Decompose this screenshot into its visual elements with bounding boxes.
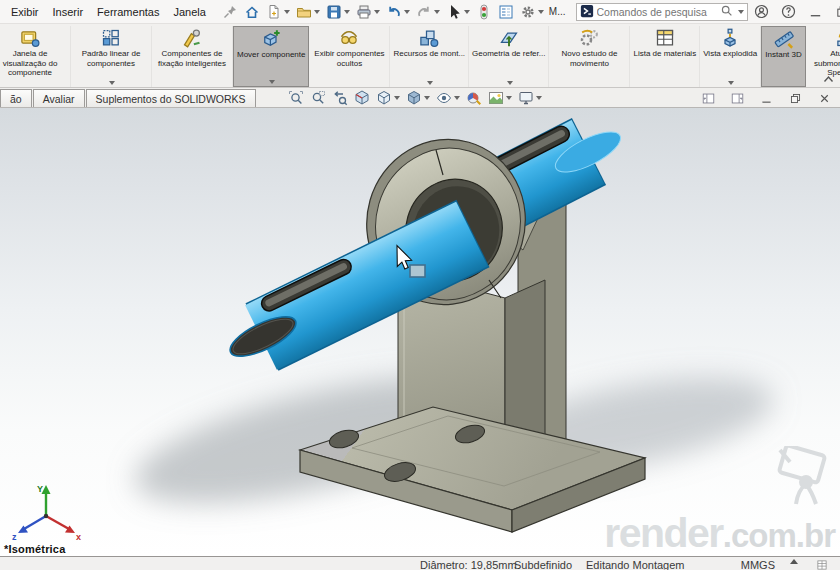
speedpak-update-icon [836, 28, 840, 48]
ribbon-button-assembly-features[interactable]: Recursos de mont... [390, 26, 469, 87]
search-box[interactable] [576, 3, 748, 21]
ribbon-collapse-chevron-icon[interactable] [823, 73, 834, 85]
qat-home-button[interactable] [241, 1, 263, 23]
ribbon-button-smart-fasteners[interactable]: Componentes de fixação inteligentes [152, 26, 233, 87]
graphics-area[interactable]: Y x z *Isométrica render.com.br [0, 108, 840, 556]
reference-geometry-icon [499, 28, 519, 48]
qat-print-button[interactable] [353, 1, 383, 23]
hud-view-settings-button[interactable] [517, 89, 543, 107]
dropdown-caret-icon[interactable] [728, 81, 734, 85]
hud-zoom-area-button[interactable] [309, 89, 327, 107]
hud-hide-show-items-button[interactable] [435, 89, 461, 107]
open-icon [296, 4, 312, 20]
dropdown-caret-icon[interactable] [538, 10, 544, 14]
qat-pin-button[interactable] [219, 1, 241, 23]
print-icon [356, 4, 372, 20]
ribbon-button-exploded-view[interactable]: Vista explodida [700, 26, 761, 87]
qat-new-document-button[interactable] [263, 1, 293, 23]
dropdown-caret-icon[interactable] [507, 81, 513, 85]
qat-select-arrow-button[interactable] [443, 1, 473, 23]
dropdown-caret-icon[interactable] [109, 81, 115, 85]
hud-edit-appearance-button[interactable] [465, 89, 483, 107]
hud-previous-view-button[interactable] [331, 89, 349, 107]
undo-icon [386, 4, 402, 20]
dropdown-caret-icon[interactable] [434, 10, 440, 14]
hud-apply-scene-button[interactable] [487, 89, 513, 107]
magnifier-icon [720, 4, 733, 17]
dropdown-caret-icon[interactable] [427, 81, 433, 85]
ribbon-button-reference-geometry[interactable]: Geometria de refer... [469, 26, 549, 87]
menu-exibir[interactable]: Exibir [4, 6, 46, 18]
ribbon-button-instant-3d[interactable]: Instant 3D [761, 26, 805, 87]
ribbon-button-show-hidden[interactable]: Exibir componentes ocultos [309, 26, 390, 87]
dropdown-caret-icon[interactable] [269, 80, 275, 84]
doc-pane-left-button[interactable] [699, 87, 718, 109]
menu-overflow-label[interactable]: M... [549, 6, 566, 17]
qat-undo-button[interactable] [383, 1, 413, 23]
ribbon-button-linear-pattern[interactable]: Padrão linear de componentes [71, 26, 152, 87]
quick-access-toolbar: M... [219, 1, 568, 23]
ribbon-button-motion-study[interactable]: Novo estudo de movimento [549, 26, 630, 87]
search-caret-icon[interactable] [738, 10, 744, 14]
win-restore-icon [835, 4, 840, 19]
command-tab-strip: ãoAvaliarSuplementos do SOLIDWORKS [0, 88, 840, 108]
win-restore-button[interactable] [835, 1, 840, 23]
dropdown-caret-icon[interactable] [374, 10, 380, 14]
hud-zoom-fit-button[interactable] [287, 89, 305, 107]
qat-options-gear-button[interactable] [517, 1, 547, 23]
menu-ferramentas[interactable]: Ferramentas [90, 6, 166, 18]
qat-open-button[interactable] [293, 1, 323, 23]
doc-pane-right-button[interactable] [728, 87, 747, 109]
doc-win-close-button[interactable] [815, 87, 834, 109]
dropdown-caret-icon[interactable] [394, 96, 400, 100]
dropdown-caret-icon[interactable] [454, 96, 460, 100]
ribbon-button-bill-of-materials[interactable]: Lista de materiais [630, 26, 700, 87]
dropdown-caret-icon[interactable] [536, 96, 542, 100]
account-button[interactable] [754, 1, 769, 23]
status-mode: Editando Montagem [586, 559, 684, 570]
view-orientation-label: *Isométrica [4, 543, 66, 555]
search-input[interactable] [597, 6, 717, 18]
ribbon-button-label: Instant 3D [765, 50, 801, 60]
dropdown-caret-icon[interactable] [344, 10, 350, 14]
home-icon [244, 4, 260, 20]
window-controls [754, 1, 840, 23]
qat-redo-button[interactable] [413, 1, 443, 23]
qat-properties-button[interactable] [495, 1, 517, 23]
move-handle[interactable] [410, 265, 425, 277]
help-icon [781, 4, 796, 19]
tab-avaliar[interactable]: Avaliar [33, 89, 85, 107]
assembly-model[interactable] [0, 108, 840, 556]
heads-up-view-toolbar [287, 89, 543, 107]
hud-view-orientation-button[interactable] [375, 89, 401, 107]
doc-win-min-button[interactable] [757, 87, 776, 109]
win-min-button[interactable] [808, 1, 823, 23]
ribbon-button-component-preview[interactable]: Janela de visualização do componente [0, 26, 71, 87]
ribbon-button-label: Vista explodida [703, 49, 757, 59]
hud-section-view-button[interactable] [353, 89, 371, 107]
status-sheet-icon[interactable] [816, 559, 828, 570]
dropdown-caret-icon[interactable] [424, 96, 430, 100]
tab-suplementos-do-solidworks[interactable]: Suplementos do SOLIDWORKS [86, 89, 256, 107]
doc-win-restore-button[interactable] [786, 87, 805, 109]
dropdown-caret-icon[interactable] [284, 10, 290, 14]
help-button[interactable] [781, 1, 796, 23]
tab-a-o[interactable]: ão [0, 89, 32, 107]
ribbon-button-move-component[interactable]: Mover componente [233, 26, 309, 87]
dropdown-caret-icon[interactable] [314, 10, 320, 14]
qat-save-button[interactable] [323, 1, 353, 23]
status-units[interactable]: MMGS [741, 559, 775, 570]
menu-janela[interactable]: Janela [166, 6, 212, 18]
status-units-caret-icon[interactable] [790, 559, 798, 564]
dropdown-caret-icon[interactable] [464, 10, 470, 14]
dropdown-caret-icon[interactable] [404, 10, 410, 14]
hud-display-style-button[interactable] [405, 89, 431, 107]
search-icon[interactable] [720, 4, 733, 19]
apply-scene-icon [488, 90, 504, 106]
component-preview-icon [20, 28, 40, 48]
qat-rebuild-traffic-light-button[interactable] [473, 1, 495, 23]
dropdown-caret-icon[interactable] [506, 96, 512, 100]
menu-inserir[interactable]: Inserir [46, 6, 91, 18]
ribbon-tabs: ãoAvaliarSuplementos do SOLIDWORKS [0, 89, 257, 107]
options-gear-icon [520, 4, 536, 20]
